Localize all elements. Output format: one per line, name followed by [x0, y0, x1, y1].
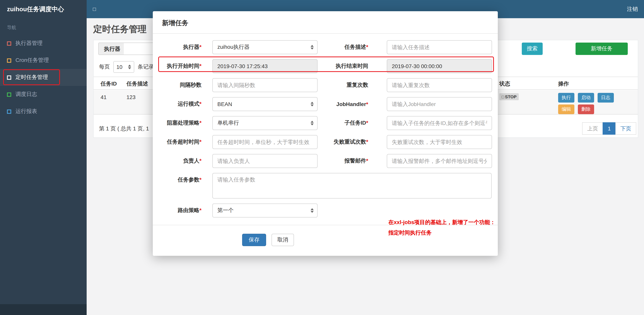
route-strategy-select[interactable]: 第一个 [212, 204, 318, 217]
screen: zuihou任务调度中心 □ 注销 导航 执行器管理 Cron任务管理 定时任务… [0, 0, 644, 315]
sidebar-item-cron-task-manage[interactable]: Cron任务管理 [0, 52, 87, 69]
form-row: 执行开始时间* 执行结束时间 [153, 59, 498, 73]
run-mode-label: 运行模式* [153, 101, 202, 108]
run-mode-select[interactable]: BEAN [212, 97, 318, 111]
required-star: * [200, 63, 202, 69]
field-label: 负责人 [183, 158, 200, 164]
required-star: * [366, 101, 368, 107]
select-caret-icon [310, 45, 314, 50]
form-row: 间隔秒数 重复次数 [153, 78, 498, 92]
current-page-button[interactable]: 1 [602, 122, 616, 135]
field-label: 运行模式 [178, 101, 200, 107]
cell-status: □ STOP [499, 93, 519, 100]
select-caret-icon [128, 65, 131, 69]
jobhandler-label: JobHandler* [318, 101, 368, 107]
field-label: 任务超时时间 [167, 139, 200, 145]
interval-input[interactable] [212, 78, 318, 92]
select-value: zuihou执行器 [217, 44, 250, 51]
form-row: 运行模式* BEAN JobHandler* [153, 97, 498, 111]
field-label: 报警邮件 [344, 158, 366, 164]
sidebar-item-label: 执行器管理 [16, 40, 42, 47]
square-icon [7, 92, 11, 97]
sidebar-item-run-report[interactable]: 运行报表 [0, 103, 87, 120]
field-label: 执行结束时间 [336, 63, 368, 69]
square-icon [7, 58, 11, 63]
start-button[interactable]: 启动 [578, 93, 594, 103]
delete-button[interactable]: 删除 [578, 105, 594, 114]
required-star: * [200, 139, 202, 145]
per-page-suffix: 条记录 [138, 64, 154, 70]
start-time-input[interactable] [212, 59, 318, 73]
execute-button[interactable]: 执行 [558, 93, 574, 103]
cancel-button[interactable]: 取消 [272, 234, 294, 246]
timeout-label: 任务超时时间* [153, 139, 202, 146]
prev-page-button[interactable]: 上页 [582, 122, 603, 135]
child-jobid-input[interactable] [387, 116, 492, 130]
field-label: 任务参数 [178, 176, 200, 183]
timeout-input[interactable] [212, 135, 318, 149]
field-label: 间隔秒数 [180, 82, 202, 88]
select-value: 单机串行 [217, 120, 239, 127]
row-actions: 执行 启动 日志 编辑 删除 [558, 93, 620, 116]
feature-note-line2: 指定时间执行任务 [388, 227, 496, 238]
job-desc-label: 任务描述* [318, 44, 368, 51]
add-task-button[interactable]: 新增任务 [576, 43, 628, 55]
logout-link[interactable]: 注销 [627, 0, 638, 18]
search-button[interactable]: 搜索 [522, 43, 543, 55]
sidebar-item-schedule-log[interactable]: 调度日志 [0, 86, 87, 103]
pagination-summary: 第 1 页 ( 总共 1 页, 1 [99, 122, 149, 135]
modal-body: 执行器* zuihou执行器 任务描述* 执行开始时间* 执行结束时间 间隔秒数… [153, 34, 498, 246]
sidebar-item-executor-manage[interactable]: 执行器管理 [0, 35, 87, 52]
select-value: 第一个 [217, 207, 234, 214]
sidebar-item-label: 调度日志 [16, 91, 37, 98]
jobhandler-input[interactable] [387, 97, 492, 111]
sidebar-item-timed-task-manage[interactable]: 定时任务管理 [0, 69, 87, 86]
field-label: 执行开始时间 [167, 63, 200, 69]
job-params-textarea[interactable] [212, 173, 492, 198]
per-page-value: 10 [116, 64, 122, 70]
field-label: JobHandler [336, 101, 366, 107]
per-page-select[interactable]: 10 [113, 61, 134, 73]
child-jobid-label: 子任务ID* [318, 120, 368, 127]
save-button[interactable]: 保存 [242, 234, 266, 246]
required-star: * [200, 44, 202, 50]
page-title: 定时任务管理 [93, 23, 146, 35]
route-strategy-label: 路由策略* [153, 207, 202, 214]
required-star: * [200, 120, 202, 126]
executor-select[interactable]: zuihou执行器 [212, 40, 318, 54]
add-task-modal: 新增任务 执行器* zuihou执行器 任务描述* 执行开始时间* 执行结束时间… [153, 11, 498, 256]
cell-task-id: 41 [100, 94, 106, 100]
end-time-input[interactable] [387, 59, 492, 73]
alarm-email-input[interactable] [387, 154, 492, 168]
form-row: 执行器* zuihou执行器 任务描述* [153, 40, 498, 54]
modal-title: 新增任务 [153, 11, 498, 34]
field-label: 阻塞处理策略 [167, 120, 200, 126]
executor-label: 执行器* [153, 44, 202, 51]
sidebar-item-label: 运行报表 [16, 108, 37, 115]
alarm-email-label: 报警邮件* [318, 158, 368, 164]
edit-button[interactable]: 编辑 [558, 105, 574, 114]
pager: 上页 1 下页 [582, 122, 636, 135]
required-star: * [366, 44, 368, 50]
retry-count-input[interactable] [387, 135, 492, 149]
required-star: * [200, 207, 202, 213]
select-caret-icon [310, 102, 314, 106]
log-button[interactable]: 日志 [598, 93, 614, 103]
field-label: 失败重试次数 [334, 139, 366, 145]
repeat-count-input[interactable] [387, 78, 492, 92]
col-header-status: 状态 [499, 77, 510, 90]
menu-toggle-icon[interactable]: □ [93, 0, 96, 18]
required-star: * [366, 158, 368, 164]
required-star: * [200, 101, 202, 107]
square-icon [7, 109, 11, 114]
required-star: * [366, 139, 368, 145]
feature-note: 在xxl-jobs项目的基础上，新增了一个功能： 指定时间执行任务 [388, 217, 496, 238]
field-label: 任务描述 [344, 44, 366, 50]
next-page-button[interactable]: 下页 [616, 122, 636, 135]
job-desc-input[interactable] [387, 40, 492, 54]
block-strategy-select[interactable]: 单机串行 [212, 116, 318, 130]
owner-input[interactable] [212, 154, 318, 168]
form-row: 任务超时时间* 失败重试次数* [153, 135, 498, 149]
per-page-control: 每页 10 条记录 [99, 61, 154, 73]
executor-filter-label: 执行器 [98, 43, 126, 55]
